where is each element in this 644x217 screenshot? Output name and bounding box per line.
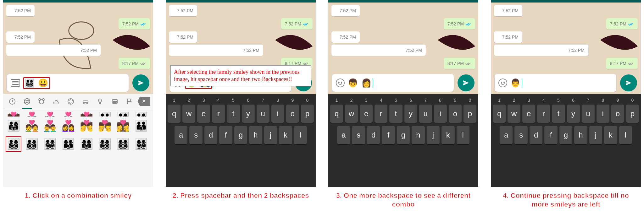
msg-bubble-out[interactable]: 7:52 PM: [119, 18, 150, 30]
key-h[interactable]: h: [574, 126, 587, 144]
key-l[interactable]: l: [457, 126, 469, 144]
message-input[interactable]: 👦 👩: [332, 74, 454, 92]
key-f[interactable]: f: [219, 126, 232, 144]
msg-bubble-in[interactable]: 7:52 PM: [331, 31, 360, 43]
emoji-option[interactable]: 👨‍👩‍👧: [133, 110, 149, 117]
cat-smiley-icon[interactable]: [20, 94, 35, 109]
key-k[interactable]: k: [279, 126, 292, 144]
emoji-option[interactable]: 👨‍👩‍👧: [6, 118, 21, 133]
key-a[interactable]: a: [337, 126, 350, 144]
emoji-option[interactable]: 💑: [24, 118, 40, 133]
emoji-option[interactable]: 👪: [133, 118, 149, 133]
msg-bubble-out[interactable]: 7:52 PM: [444, 18, 475, 30]
cat-food-icon[interactable]: [49, 94, 64, 109]
key-t[interactable]: t: [227, 105, 240, 123]
key-o[interactable]: o: [286, 105, 299, 123]
msg-bubble-in[interactable]: 7:52 PM: [169, 31, 197, 43]
keyboard-toggle-icon[interactable]: [11, 79, 20, 87]
emoji-option[interactable]: 👨‍👩‍👧: [115, 110, 131, 117]
key-f[interactable]: f: [544, 126, 557, 144]
key-k[interactable]: k: [441, 126, 454, 144]
key-a[interactable]: a: [500, 126, 513, 144]
key-d[interactable]: d: [367, 126, 380, 144]
emoji-option[interactable]: 💑: [42, 110, 58, 117]
emoji-option-selected[interactable]: 👨‍👩‍👧‍👦: [6, 136, 21, 152]
emoji-option[interactable]: 💏: [79, 110, 94, 117]
emoji-option[interactable]: 👨‍❤️‍👨: [42, 118, 58, 133]
key-r[interactable]: r: [375, 105, 387, 123]
emoji-option[interactable]: 👩‍❤️‍💋‍👩: [115, 118, 131, 133]
key-g[interactable]: g: [234, 126, 247, 144]
key-r[interactable]: r: [537, 105, 550, 123]
msg-bubble-out[interactable]: 7:52 PM: [606, 18, 638, 30]
emoji-option[interactable]: 👩‍👩‍👦: [60, 136, 76, 152]
key-t[interactable]: t: [389, 105, 402, 123]
key-o[interactable]: o: [611, 105, 624, 123]
emoji-option[interactable]: 👩‍👩‍👧‍👦: [97, 136, 113, 152]
cat-recent-icon[interactable]: [5, 94, 20, 109]
msg-bubble-in[interactable]: 7:52 PM: [494, 5, 522, 16]
key-q[interactable]: q: [330, 105, 343, 123]
key-p[interactable]: p: [626, 105, 639, 123]
key-l[interactable]: l: [294, 126, 307, 144]
msg-bubble-in[interactable]: 7:52 PM: [331, 45, 426, 56]
msg-bubble-out[interactable]: 8:17 PM: [606, 58, 638, 69]
key-e[interactable]: e: [197, 105, 210, 123]
msg-bubble-in[interactable]: 7:52 PM: [6, 31, 35, 43]
emoji-option[interactable]: 👪: [97, 110, 113, 117]
key-y[interactable]: y: [404, 105, 417, 123]
emoji-toggle-icon[interactable]: [336, 79, 345, 87]
key-l[interactable]: l: [619, 126, 632, 144]
key-q[interactable]: q: [168, 105, 180, 123]
key-h[interactable]: h: [249, 126, 262, 144]
msg-bubble-in[interactable]: 7:52 PM: [494, 31, 522, 43]
key-j[interactable]: j: [264, 126, 277, 144]
key-p[interactable]: p: [301, 105, 314, 123]
key-u[interactable]: u: [582, 105, 595, 123]
key-d[interactable]: d: [530, 126, 542, 144]
emoji-option[interactable]: 👩‍👩‍👦‍👦: [115, 136, 131, 152]
key-s[interactable]: s: [189, 126, 202, 144]
emoji-option[interactable]: 👨‍❤️‍💋‍👨: [97, 118, 113, 133]
emoji-option[interactable]: 👩‍👩‍👧‍👧: [133, 136, 149, 152]
key-e[interactable]: e: [522, 105, 535, 123]
key-w[interactable]: w: [508, 105, 520, 123]
cat-symbols-icon[interactable]: !?#: [108, 94, 122, 109]
send-button[interactable]: [620, 74, 637, 91]
key-f[interactable]: f: [382, 126, 395, 144]
send-button[interactable]: [458, 74, 475, 91]
emoji-toggle-icon[interactable]: [498, 79, 507, 87]
emoji-option[interactable]: 💏: [79, 118, 94, 133]
emoji-option[interactable]: 👩‍👩‍👧: [79, 136, 94, 152]
key-q[interactable]: q: [493, 105, 506, 123]
key-p[interactable]: p: [464, 105, 476, 123]
key-r[interactable]: r: [212, 105, 225, 123]
key-h[interactable]: h: [412, 126, 425, 144]
key-g[interactable]: g: [397, 126, 410, 144]
key-g[interactable]: g: [559, 126, 572, 144]
emoji-option[interactable]: 👨‍👩‍👧‍👧: [42, 136, 58, 152]
msg-bubble-in[interactable]: 7:52 PM: [494, 45, 588, 56]
key-d[interactable]: d: [204, 126, 217, 144]
emoji-option[interactable]: 👩‍❤️‍👩: [24, 110, 40, 117]
key-e[interactable]: e: [360, 105, 373, 123]
key-u[interactable]: u: [257, 105, 269, 123]
msg-bubble-in[interactable]: 7:52 PM: [169, 45, 263, 56]
key-j[interactable]: j: [427, 126, 440, 144]
emoji-backspace-button[interactable]: ✕: [137, 94, 152, 109]
message-input[interactable]: 👨: [495, 74, 616, 92]
key-i[interactable]: i: [597, 105, 609, 123]
msg-bubble-out[interactable]: 7:52 PM: [281, 18, 313, 30]
key-w[interactable]: w: [345, 105, 358, 123]
key-w[interactable]: w: [182, 105, 195, 123]
emoji-option[interactable]: 👨‍❤️‍👨: [60, 110, 76, 117]
key-a[interactable]: a: [175, 126, 187, 144]
msg-bubble-in[interactable]: 7:52 PM: [6, 45, 101, 56]
cat-travel-icon[interactable]: [78, 94, 93, 109]
key-i[interactable]: i: [271, 105, 284, 123]
key-s[interactable]: s: [514, 126, 527, 144]
key-j[interactable]: j: [589, 126, 602, 144]
msg-bubble-in[interactable]: 7:52 PM: [169, 5, 197, 16]
cat-animal-icon[interactable]: [34, 94, 49, 109]
key-t[interactable]: t: [552, 105, 565, 123]
